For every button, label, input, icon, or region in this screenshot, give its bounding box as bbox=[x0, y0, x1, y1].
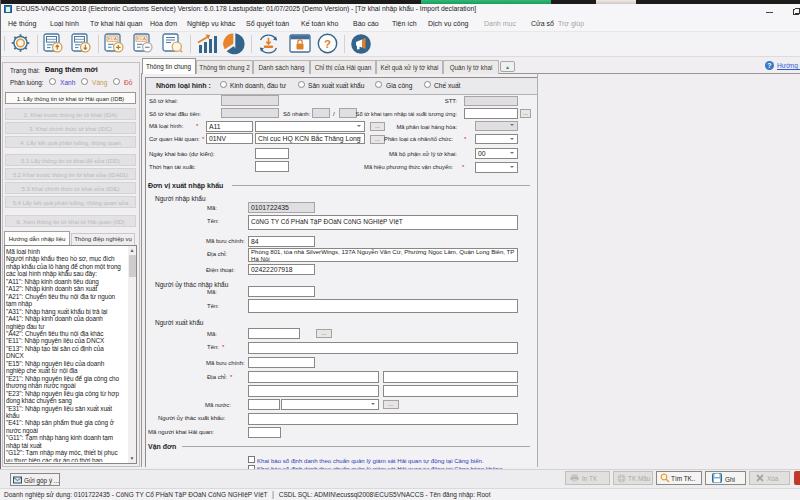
svg-text:EDA: EDA bbox=[137, 36, 146, 41]
svg-text:EDA: EDA bbox=[108, 36, 117, 41]
svg-text:?: ? bbox=[324, 38, 331, 50]
